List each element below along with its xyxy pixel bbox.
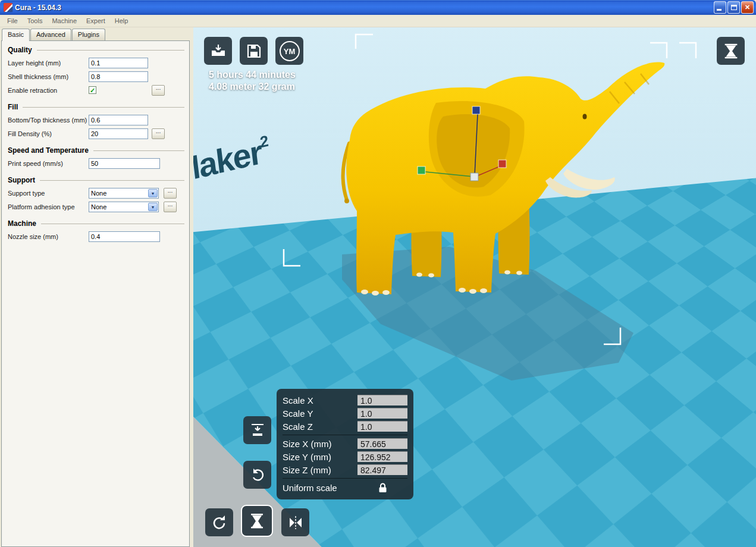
window-title: Cura - 15.04.3 <box>15 4 714 12</box>
tab-plugins[interactable]: Plugins <box>72 29 105 40</box>
mirror-icon <box>287 514 305 532</box>
scale-y-label: Scale Y <box>283 408 357 419</box>
nozzle-size-input[interactable] <box>89 231 160 242</box>
section-fill: Fill Bottom/Top thickness (mm) Fill Dens… <box>8 103 184 142</box>
cura-window: Cura - 15.04.3 ✕ File Tools Machine Expe… <box>0 0 756 547</box>
view-mode-icon <box>722 42 741 61</box>
platform-adhesion-select[interactable]: None ▼ <box>89 202 159 212</box>
lock-icon <box>378 483 387 493</box>
reset-scale-button[interactable] <box>243 461 271 489</box>
print-speed-input[interactable] <box>89 158 160 169</box>
support-more-button[interactable]: ... <box>164 188 177 199</box>
fill-density-more-button[interactable]: ... <box>152 128 165 139</box>
size-z-label: Size Z (mm) <box>283 465 357 475</box>
bottom-top-thickness-label: Bottom/Top thickness (mm) <box>8 117 87 124</box>
print-estimate: 5 hours 44 minutes 4.08 meter 32 gram <box>209 69 296 93</box>
scale-icon <box>248 512 266 530</box>
model-elephant[interactable] <box>343 62 665 295</box>
scale-z-label: Scale Z <box>283 422 357 432</box>
fill-density-label: Fill Density (%) <box>8 130 52 137</box>
load-icon <box>209 42 227 60</box>
size-y-label: Size Y (mm) <box>283 452 357 462</box>
scale-to-max-button[interactable] <box>243 416 271 444</box>
save-toolpath-button[interactable] <box>240 37 268 65</box>
section-title: Speed and Temperature <box>8 146 184 155</box>
scale-x-label: Scale X <box>283 395 357 405</box>
print-time-label: 5 hours 44 minutes <box>209 69 296 81</box>
support-type-select[interactable]: None ▼ <box>89 188 159 199</box>
section-speed-temperature: Speed and Temperature Print speed (mm/s) <box>8 146 184 171</box>
section-title: Machine <box>8 219 184 228</box>
size-y-input[interactable] <box>357 451 407 462</box>
close-button[interactable]: ✕ <box>741 1 754 14</box>
print-speed-label: Print speed (mm/s) <box>8 160 63 167</box>
3d-viewport[interactable]: Maker2 <box>193 27 756 547</box>
bottom-top-thickness-input[interactable] <box>89 115 148 125</box>
divider <box>283 435 407 435</box>
load-model-button[interactable] <box>204 37 232 65</box>
platform-adhesion-value: None <box>89 203 148 210</box>
save-icon <box>245 42 263 60</box>
section-quality: Quality Layer height (mm) Shell thicknes… <box>8 46 184 98</box>
minimize-icon <box>717 9 722 11</box>
maximize-button[interactable] <box>727 1 740 14</box>
youmagine-icon: YM <box>280 41 300 61</box>
filament-usage-label: 4.08 meter 32 gram <box>209 81 296 93</box>
scale-to-max-icon <box>249 422 266 439</box>
basic-settings-page: Quality Layer height (mm) Shell thicknes… <box>1 40 190 547</box>
scale-tool-button[interactable] <box>241 505 273 537</box>
gizmo-center-handle[interactable] <box>470 173 478 181</box>
shell-thickness-label: Shell thickness (mm) <box>8 73 68 80</box>
adhesion-more-button[interactable]: ... <box>164 202 177 212</box>
menu-expert[interactable]: Expert <box>81 16 110 26</box>
section-machine: Machine Nozzle size (mm) <box>8 219 184 244</box>
divider <box>283 478 407 479</box>
support-type-label: Support type <box>8 190 45 197</box>
size-x-label: Size X (mm) <box>283 439 357 449</box>
scale-y-input[interactable] <box>357 408 407 419</box>
section-title: Quality <box>8 46 184 54</box>
gizmo-y-handle[interactable] <box>418 166 425 174</box>
scale-z-input[interactable] <box>357 421 407 432</box>
scale-tool-panel: Scale X Scale Y Scale Z Size X (mm) Size… <box>277 389 413 499</box>
minimize-button[interactable] <box>714 1 726 14</box>
settings-tabs: Basic Advanced Plugins <box>2 29 105 40</box>
gizmo-z-handle[interactable] <box>472 106 480 114</box>
enable-retraction-checkbox[interactable]: ✓ <box>89 86 96 94</box>
uniform-scale-label: Uniform scale <box>283 483 357 493</box>
layer-height-input[interactable] <box>89 58 148 68</box>
menu-file[interactable]: File <box>2 16 23 26</box>
enable-retraction-label: Enable retraction <box>8 87 57 94</box>
gizmo-x-handle[interactable] <box>498 160 506 168</box>
menu-tools[interactable]: Tools <box>23 16 48 26</box>
view-mode-button[interactable] <box>717 37 745 65</box>
close-icon: ✕ <box>745 4 750 11</box>
tab-basic[interactable]: Basic <box>2 29 30 41</box>
rotate-icon <box>211 514 228 532</box>
menu-machine[interactable]: Machine <box>47 16 81 26</box>
platform-adhesion-label: Platform adhesion type <box>8 203 75 210</box>
section-title: Support <box>8 176 184 184</box>
tab-advanced[interactable]: Advanced <box>30 29 71 40</box>
share-youmagine-button[interactable]: YM <box>275 37 303 65</box>
maximize-icon <box>731 5 737 10</box>
mirror-tool-button[interactable] <box>281 508 309 536</box>
menu-help[interactable]: Help <box>110 16 133 26</box>
cura-app-icon <box>4 3 12 12</box>
fill-density-input[interactable] <box>89 128 148 139</box>
nozzle-size-label: Nozzle size (mm) <box>8 233 58 240</box>
settings-sidebar: Basic Advanced Plugins Quality Layer hei… <box>0 27 193 547</box>
reset-icon <box>249 466 266 484</box>
scale-x-input[interactable] <box>357 395 407 405</box>
uniform-scale-lock-toggle[interactable] <box>357 483 407 493</box>
section-support: Support Support type None ▼ ... Platform… <box>8 176 184 215</box>
rotate-tool-button[interactable] <box>205 508 233 536</box>
retraction-more-button[interactable]: ... <box>152 85 165 96</box>
chevron-down-icon: ▼ <box>148 189 158 197</box>
titlebar: Cura - 15.04.3 ✕ <box>0 0 756 15</box>
chevron-down-icon: ▼ <box>148 203 158 211</box>
menubar: File Tools Machine Expert Help <box>0 15 756 27</box>
shell-thickness-input[interactable] <box>89 71 148 82</box>
size-z-input[interactable] <box>357 464 407 475</box>
size-x-input[interactable] <box>357 438 407 449</box>
